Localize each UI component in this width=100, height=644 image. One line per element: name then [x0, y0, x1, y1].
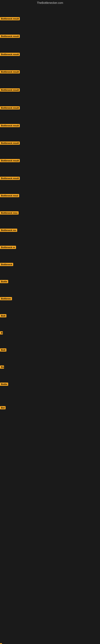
bottleneck-row-22: Bottle: [0, 382, 8, 386]
bottleneck-badge-14: Bottleneck re: [0, 246, 16, 249]
bottleneck-badge-13: Bottleneck res: [0, 228, 17, 232]
bottleneck-row-3: Bottleneck result: [0, 53, 20, 57]
bottleneck-row-9: Bottleneck result: [0, 159, 20, 163]
bottleneck-row-11: Bottleneck resul: [0, 194, 19, 198]
bottleneck-badge-19: B: [0, 331, 3, 334]
bottleneck-badge-2: Bottleneck result: [0, 34, 20, 38]
bottleneck-row-15: Bottleneck: [0, 263, 13, 267]
bottleneck-row-4: Bottleneck result: [0, 70, 20, 74]
bottleneck-row-10: Bottleneck result: [0, 177, 20, 181]
bottleneck-badge-20: Bott: [0, 348, 6, 352]
bottleneck-row-20: Bott: [0, 348, 6, 352]
bottleneck-row-2: Bottleneck result: [0, 34, 20, 39]
bottleneck-badge-16: Bottle: [0, 280, 8, 283]
bottleneck-row-5: Bottleneck result: [0, 88, 20, 92]
bottleneck-row-14: Bottleneck re: [0, 246, 16, 250]
bottleneck-row-16: Bottle: [0, 280, 8, 284]
bottleneck-badge-5: Bottleneck result: [0, 88, 20, 92]
bottleneck-row-12: Bottleneck resu: [0, 211, 19, 215]
bottleneck-badge-8: Bottleneck result: [0, 142, 20, 145]
bottleneck-badge-4: Bottleneck result: [0, 70, 20, 74]
bottleneck-badge-18: Bott: [0, 314, 6, 317]
bottleneck-badge-23: Bot: [0, 406, 6, 409]
bottleneck-badge-7: Bottleneck result: [0, 124, 20, 127]
bottleneck-row-24: |: [0, 643, 2, 644]
bottleneck-badge-10: Bottleneck result: [0, 177, 20, 180]
bottleneck-badge-6: Bottleneck result: [0, 106, 20, 110]
bottleneck-badge-9: Bottleneck result: [0, 159, 20, 162]
bottleneck-badge-12: Bottleneck resu: [0, 211, 19, 214]
bottleneck-badge-1: Bottleneck result: [0, 17, 20, 20]
bottleneck-badge-15: Bottleneck: [0, 263, 13, 266]
site-title: TheBottlenecker.com: [0, 0, 100, 6]
bottleneck-row-21: Bo: [0, 366, 4, 370]
bottleneck-row-23: Bot: [0, 406, 6, 410]
bottleneck-badge-21: Bo: [0, 366, 4, 369]
bottleneck-row-17: Bottlenec: [0, 297, 12, 301]
bottleneck-row-1: Bottleneck result: [0, 17, 20, 21]
bottleneck-badge-17: Bottlenec: [0, 297, 12, 300]
bottleneck-badge-24: |: [0, 643, 2, 644]
bottleneck-row-6: Bottleneck result: [0, 106, 20, 110]
bottleneck-row-8: Bottleneck result: [0, 142, 20, 146]
bottleneck-badge-3: Bottleneck result: [0, 53, 20, 56]
bottleneck-badge-22: Bottle: [0, 382, 8, 386]
bottleneck-row-13: Bottleneck res: [0, 228, 17, 233]
bottleneck-row-18: Bott: [0, 314, 6, 318]
bottleneck-row-19: B: [0, 331, 3, 335]
bottleneck-row-7: Bottleneck result: [0, 124, 20, 128]
bottleneck-badge-11: Bottleneck resul: [0, 194, 19, 197]
